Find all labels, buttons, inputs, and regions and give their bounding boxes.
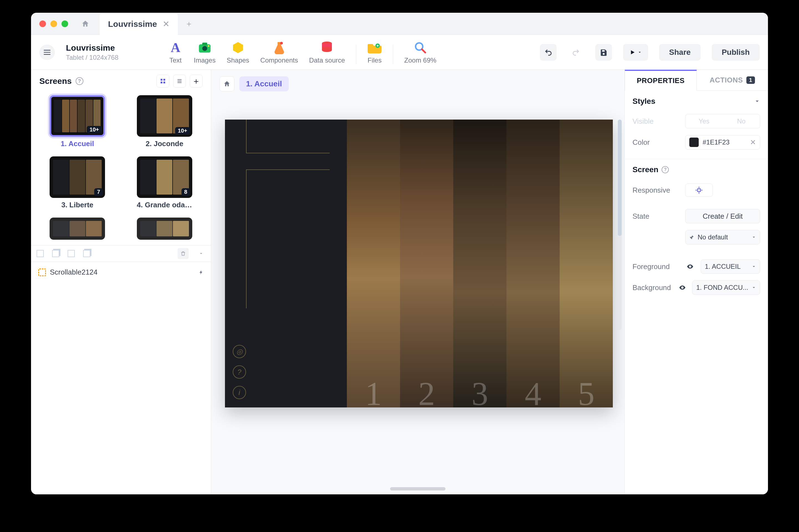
painting-strip[interactable]: 2 (400, 119, 453, 407)
layer-icon[interactable] (52, 250, 59, 257)
delete-layer-button[interactable] (178, 248, 189, 259)
camera-icon (198, 40, 212, 55)
flask-icon (272, 40, 287, 55)
background-select[interactable]: 1. FOND ACCU... (692, 280, 760, 295)
chevron-down-icon (751, 235, 756, 240)
text-tool[interactable]: A Text (168, 40, 183, 64)
screen-card-odalisque[interactable]: 8 4. Grande odalis... (127, 156, 203, 209)
workspace: Screens ? ＋ 10+ 1. Accueil 10+ 2. J (31, 70, 768, 494)
list-icon (177, 78, 183, 84)
tab-strip: Louvrissime ✕ ＋ (31, 13, 768, 35)
layer-icon[interactable] (37, 250, 44, 257)
painting-strip[interactable]: 4 (506, 119, 560, 407)
svg-line-12 (422, 49, 425, 53)
screen-card-partial[interactable] (127, 217, 203, 240)
styles-section: Styles Visible Yes No Color (625, 91, 768, 159)
state-default-select[interactable]: No default (685, 230, 760, 244)
chevron-down-icon (199, 251, 203, 256)
eye-icon[interactable] (685, 262, 695, 271)
layer-icon[interactable] (68, 250, 75, 257)
layer-more-button[interactable] (197, 248, 205, 259)
files-tool[interactable]: Files (367, 40, 382, 64)
home-icon (81, 20, 90, 28)
database-icon (320, 40, 334, 55)
pin-icon (689, 235, 694, 240)
svg-rect-15 (161, 82, 162, 83)
location-icon[interactable]: ◎ (233, 345, 246, 358)
undo-button[interactable] (540, 44, 557, 61)
save-button[interactable] (595, 44, 612, 61)
screens-grid[interactable]: 10+ 1. Accueil 10+ 2. Joconde 7 3. Liber… (31, 92, 211, 245)
chevron-down-icon (751, 285, 756, 290)
toolbar-divider (393, 45, 393, 64)
tab-actions[interactable]: ACTIONS 1 (697, 70, 768, 91)
color-row: Color #1E1F23 ✕ (633, 132, 760, 153)
close-window-icon[interactable] (39, 20, 46, 27)
images-tool[interactable]: Images (194, 40, 216, 64)
screen-card-accueil[interactable]: 10+ 1. Accueil (39, 95, 115, 148)
svg-rect-16 (163, 82, 165, 83)
svg-rect-14 (163, 79, 165, 80)
project-tab[interactable]: Louvrissime ✕ (100, 13, 178, 35)
color-swatch (689, 137, 699, 147)
redo-icon (572, 49, 580, 56)
layer-icon[interactable] (83, 250, 90, 257)
artboard[interactable]: ◎ ? i 1 2 3 4 5 (225, 119, 613, 407)
scrollable-icon (38, 268, 46, 276)
screen-card-partial[interactable] (39, 217, 115, 240)
add-screen-button[interactable]: ＋ (190, 75, 202, 88)
grid-view-button[interactable] (157, 75, 169, 88)
datasource-tool[interactable]: Data source (309, 40, 345, 64)
visible-toggle[interactable]: Yes No (685, 114, 760, 129)
zoom-tool[interactable]: Zoom 69% (404, 40, 436, 64)
screens-header: Screens ? ＋ (31, 70, 211, 92)
scrollbar-thumb[interactable] (618, 119, 622, 236)
chevron-down-icon[interactable] (754, 98, 760, 104)
menu-button[interactable] (39, 44, 55, 60)
close-tab-icon[interactable]: ✕ (163, 19, 169, 29)
svg-rect-13 (161, 79, 162, 80)
canvas-scrollbar[interactable] (618, 119, 622, 330)
help-icon[interactable]: ? (76, 77, 84, 85)
home-tab[interactable] (76, 15, 94, 33)
help-icon[interactable]: ? (233, 365, 246, 379)
foreground-select[interactable]: 1. ACCUEIL (701, 259, 760, 274)
tool-group: A Text Images Shapes Components (168, 40, 436, 64)
components-tool[interactable]: Components (260, 40, 298, 64)
minimize-window-icon[interactable] (50, 20, 57, 27)
publish-button[interactable]: Publish (712, 44, 760, 61)
painting-strip[interactable]: 1 (347, 119, 400, 407)
visible-row: Visible Yes No (633, 111, 760, 132)
help-icon[interactable]: ? (661, 166, 669, 173)
maximize-window-icon[interactable] (61, 20, 68, 27)
tree-node-scrollable[interactable]: Scrollable2124 (37, 266, 205, 279)
screen-card-joconde[interactable]: 10+ 2. Joconde (127, 95, 203, 148)
right-panel: PROPERTIES ACTIONS 1 Styles Visible Yes (624, 70, 768, 494)
painting-strip[interactable]: 5 (560, 119, 613, 407)
list-view-button[interactable] (173, 75, 186, 88)
redo-button[interactable] (568, 44, 584, 61)
state-create-edit-button[interactable]: Create / Edit (685, 209, 760, 223)
add-tab-button[interactable]: ＋ (183, 18, 195, 29)
clear-color-icon[interactable]: ✕ (750, 138, 756, 147)
color-input[interactable]: #1E1F23 ✕ (685, 135, 760, 150)
breadcrumb-current[interactable]: 1. Accueil (239, 76, 289, 91)
responsive-toggle[interactable] (685, 184, 713, 197)
preview-button[interactable] (623, 44, 648, 61)
breadcrumb-home[interactable] (219, 76, 234, 91)
tab-properties[interactable]: PROPERTIES (625, 70, 697, 91)
canvas[interactable]: 1. Accueil ◎ ? i 1 2 3 4 5 (211, 70, 624, 494)
share-button[interactable]: Share (659, 44, 701, 61)
toolbar-divider (356, 45, 356, 64)
info-icon[interactable]: i (233, 386, 246, 399)
screen-card-liberte[interactable]: 7 3. Liberte (39, 156, 115, 209)
svg-point-8 (280, 42, 283, 44)
bottom-drag-handle[interactable] (390, 487, 446, 491)
painting-strip[interactable]: 3 (453, 119, 506, 407)
styles-header: Styles (633, 97, 655, 106)
responsive-icon (695, 186, 703, 194)
shapes-tool[interactable]: Shapes (226, 40, 249, 64)
eye-icon[interactable] (678, 283, 687, 292)
hexagon-icon (231, 40, 245, 55)
undo-icon (544, 49, 552, 56)
